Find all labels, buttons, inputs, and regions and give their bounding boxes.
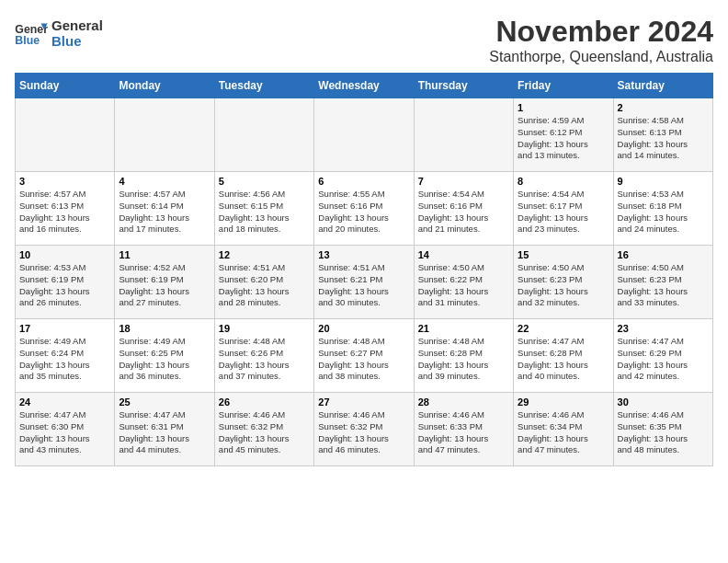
logo: General Blue General Blue [15, 18, 103, 49]
day-number: 15 [518, 249, 609, 260]
day-number: 23 [618, 323, 709, 334]
day-number: 19 [219, 323, 310, 334]
calendar-week-row: 3Sunrise: 4:57 AM Sunset: 6:13 PM Daylig… [16, 172, 713, 246]
calendar-cell: 14Sunrise: 4:50 AM Sunset: 6:22 PM Dayli… [414, 246, 513, 319]
calendar-cell: 21Sunrise: 4:48 AM Sunset: 6:28 PM Dayli… [414, 319, 513, 393]
weekday-header: Friday [514, 74, 613, 98]
day-info: Sunrise: 4:47 AM Sunset: 6:30 PM Dayligh… [19, 409, 110, 456]
calendar-cell: 26Sunrise: 4:46 AM Sunset: 6:32 PM Dayli… [214, 393, 313, 466]
day-info: Sunrise: 4:50 AM Sunset: 6:23 PM Dayligh… [618, 262, 709, 309]
day-number: 2 [618, 102, 709, 113]
weekday-header: Saturday [613, 74, 712, 98]
day-number: 20 [318, 323, 409, 334]
day-number: 3 [19, 176, 110, 187]
day-info: Sunrise: 4:51 AM Sunset: 6:21 PM Dayligh… [318, 262, 409, 309]
day-info: Sunrise: 4:46 AM Sunset: 6:35 PM Dayligh… [618, 409, 709, 456]
weekday-header: Tuesday [214, 74, 313, 98]
calendar-cell: 9Sunrise: 4:53 AM Sunset: 6:18 PM Daylig… [613, 172, 712, 246]
day-number: 12 [219, 249, 310, 260]
calendar-cell: 16Sunrise: 4:50 AM Sunset: 6:23 PM Dayli… [613, 246, 712, 319]
calendar-cell: 5Sunrise: 4:56 AM Sunset: 6:15 PM Daylig… [214, 172, 313, 246]
day-info: Sunrise: 4:55 AM Sunset: 6:16 PM Dayligh… [318, 189, 409, 236]
svg-text:Blue: Blue [15, 34, 40, 47]
calendar-cell: 29Sunrise: 4:46 AM Sunset: 6:34 PM Dayli… [514, 393, 613, 466]
page-subtitle: Stanthorpe, Queensland, Australia [489, 49, 713, 65]
logo-line2: Blue [51, 34, 103, 50]
day-number: 5 [219, 176, 310, 187]
calendar-cell [414, 98, 513, 172]
day-info: Sunrise: 4:47 AM Sunset: 6:28 PM Dayligh… [518, 336, 609, 383]
day-number: 11 [119, 249, 210, 260]
calendar-cell: 4Sunrise: 4:57 AM Sunset: 6:14 PM Daylig… [115, 172, 214, 246]
page-header: General Blue General Blue November 2024 … [15, 15, 713, 65]
calendar-week-row: 1Sunrise: 4:59 AM Sunset: 6:12 PM Daylig… [16, 98, 713, 172]
weekday-header: Wednesday [314, 74, 414, 98]
day-info: Sunrise: 4:50 AM Sunset: 6:23 PM Dayligh… [518, 262, 609, 309]
calendar-cell [115, 98, 214, 172]
day-info: Sunrise: 4:52 AM Sunset: 6:19 PM Dayligh… [119, 262, 210, 309]
calendar-table: SundayMondayTuesdayWednesdayThursdayFrid… [15, 73, 713, 466]
day-number: 16 [618, 249, 709, 260]
day-number: 29 [518, 396, 609, 408]
day-info: Sunrise: 4:48 AM Sunset: 6:28 PM Dayligh… [418, 336, 509, 383]
day-info: Sunrise: 4:57 AM Sunset: 6:13 PM Dayligh… [19, 189, 110, 236]
calendar-cell: 12Sunrise: 4:51 AM Sunset: 6:20 PM Dayli… [214, 246, 313, 319]
day-number: 18 [119, 323, 210, 334]
calendar-cell: 11Sunrise: 4:52 AM Sunset: 6:19 PM Dayli… [115, 246, 214, 319]
day-number: 26 [219, 396, 310, 408]
weekday-header: Thursday [414, 74, 513, 98]
calendar-cell: 13Sunrise: 4:51 AM Sunset: 6:21 PM Dayli… [314, 246, 414, 319]
weekday-header: Monday [115, 74, 214, 98]
logo-icon: General Blue [15, 20, 48, 48]
calendar-cell [214, 98, 313, 172]
day-info: Sunrise: 4:59 AM Sunset: 6:12 PM Dayligh… [518, 115, 609, 162]
day-number: 13 [318, 249, 409, 260]
calendar-cell: 28Sunrise: 4:46 AM Sunset: 6:33 PM Dayli… [414, 393, 513, 466]
weekday-header: Sunday [16, 74, 115, 98]
calendar-cell: 20Sunrise: 4:48 AM Sunset: 6:27 PM Dayli… [314, 319, 414, 393]
calendar-week-row: 10Sunrise: 4:53 AM Sunset: 6:19 PM Dayli… [16, 246, 713, 319]
day-number: 1 [518, 102, 609, 113]
title-area: November 2024 Stanthorpe, Queensland, Au… [489, 15, 713, 65]
day-number: 8 [518, 176, 609, 187]
day-info: Sunrise: 4:49 AM Sunset: 6:24 PM Dayligh… [19, 336, 110, 383]
calendar-cell: 25Sunrise: 4:47 AM Sunset: 6:31 PM Dayli… [115, 393, 214, 466]
calendar-cell: 30Sunrise: 4:46 AM Sunset: 6:35 PM Dayli… [613, 393, 712, 466]
day-number: 25 [119, 396, 210, 408]
day-number: 6 [318, 176, 409, 187]
day-number: 17 [19, 323, 110, 334]
day-number: 28 [418, 396, 509, 408]
calendar-cell: 19Sunrise: 4:48 AM Sunset: 6:26 PM Dayli… [214, 319, 313, 393]
day-info: Sunrise: 4:53 AM Sunset: 6:19 PM Dayligh… [19, 262, 110, 309]
calendar-cell: 27Sunrise: 4:46 AM Sunset: 6:32 PM Dayli… [314, 393, 414, 466]
calendar-cell: 22Sunrise: 4:47 AM Sunset: 6:28 PM Dayli… [514, 319, 613, 393]
calendar-cell: 10Sunrise: 4:53 AM Sunset: 6:19 PM Dayli… [16, 246, 115, 319]
day-number: 21 [418, 323, 509, 334]
calendar-cell [16, 98, 115, 172]
day-info: Sunrise: 4:46 AM Sunset: 6:32 PM Dayligh… [219, 409, 310, 456]
day-info: Sunrise: 4:46 AM Sunset: 6:33 PM Dayligh… [418, 409, 509, 456]
day-number: 10 [19, 249, 110, 260]
day-info: Sunrise: 4:48 AM Sunset: 6:27 PM Dayligh… [318, 336, 409, 383]
day-info: Sunrise: 4:58 AM Sunset: 6:13 PM Dayligh… [618, 115, 709, 162]
calendar-cell: 17Sunrise: 4:49 AM Sunset: 6:24 PM Dayli… [16, 319, 115, 393]
day-number: 7 [418, 176, 509, 187]
calendar-cell: 15Sunrise: 4:50 AM Sunset: 6:23 PM Dayli… [514, 246, 613, 319]
calendar-cell: 24Sunrise: 4:47 AM Sunset: 6:30 PM Dayli… [16, 393, 115, 466]
day-number: 9 [618, 176, 709, 187]
day-info: Sunrise: 4:47 AM Sunset: 6:31 PM Dayligh… [119, 409, 210, 456]
weekday-header-row: SundayMondayTuesdayWednesdayThursdayFrid… [16, 74, 713, 98]
day-number: 30 [618, 396, 709, 408]
calendar-cell: 18Sunrise: 4:49 AM Sunset: 6:25 PM Dayli… [115, 319, 214, 393]
calendar-week-row: 24Sunrise: 4:47 AM Sunset: 6:30 PM Dayli… [16, 393, 713, 466]
day-number: 27 [318, 396, 409, 408]
calendar-cell: 2Sunrise: 4:58 AM Sunset: 6:13 PM Daylig… [613, 98, 712, 172]
calendar-cell [314, 98, 414, 172]
day-info: Sunrise: 4:46 AM Sunset: 6:34 PM Dayligh… [518, 409, 609, 456]
calendar-cell: 1Sunrise: 4:59 AM Sunset: 6:12 PM Daylig… [514, 98, 613, 172]
calendar-cell: 23Sunrise: 4:47 AM Sunset: 6:29 PM Dayli… [613, 319, 712, 393]
day-info: Sunrise: 4:46 AM Sunset: 6:32 PM Dayligh… [318, 409, 409, 456]
day-number: 14 [418, 249, 509, 260]
calendar-cell: 8Sunrise: 4:54 AM Sunset: 6:17 PM Daylig… [514, 172, 613, 246]
page-title: November 2024 [489, 15, 713, 49]
